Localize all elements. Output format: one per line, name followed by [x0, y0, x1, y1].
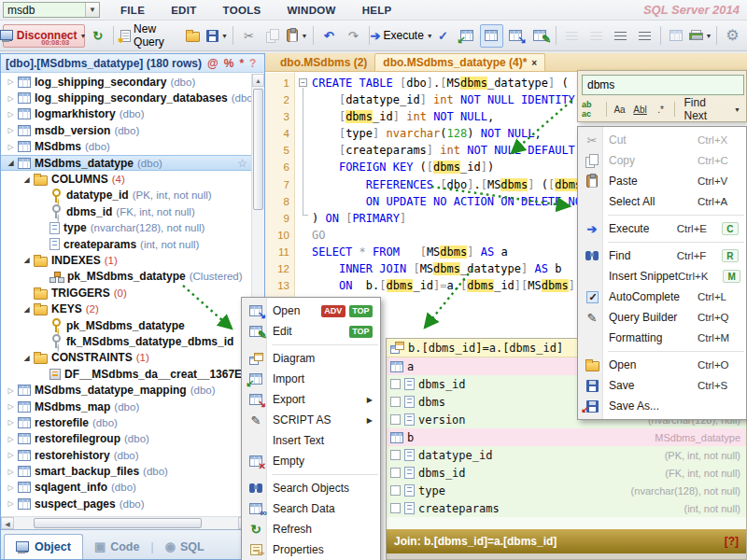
checkbox[interactable] [390, 503, 401, 513]
expander-icon[interactable]: ▷ [4, 402, 18, 411]
menu-tools[interactable]: TOOLS [210, 5, 275, 16]
disconnect-button[interactable]: Disconnect ▼ 00:08:03 [3, 24, 85, 48]
tree-item[interactable]: ▷restorehistory(dbo) [1, 447, 251, 463]
menu-item[interactable]: FormattingCtrl+M [578, 328, 746, 348]
expander-icon[interactable]: ◢ [20, 256, 34, 264]
join-row[interactable]: datatype_id(PK, int, not null) [387, 446, 746, 464]
result-to-file-button[interactable] [529, 24, 552, 48]
checkbox[interactable] [390, 414, 401, 425]
checkbox[interactable] [390, 450, 401, 460]
refresh-connection-button[interactable]: ↻ [86, 24, 109, 48]
chevron-down-icon[interactable]: ▼ [221, 33, 228, 39]
filter-at-button[interactable]: @ [207, 57, 218, 70]
menu-item[interactable]: AutoCompleteCtrl+L [578, 287, 746, 307]
chevron-down-icon[interactable]: ▼ [301, 33, 307, 39]
indent-button[interactable] [633, 24, 656, 48]
menu-item[interactable]: Insert Text [242, 430, 380, 451]
checkbox[interactable] [390, 379, 401, 389]
tree-item[interactable]: ▷restorefilegroup(dbo) [1, 431, 251, 447]
menu-item[interactable]: CopyCtrl+C [578, 150, 746, 171]
scrollbar-thumb[interactable] [34, 518, 202, 528]
menu-item[interactable]: Refresh [242, 519, 380, 539]
add-table-button[interactable] [456, 24, 479, 48]
checkbox[interactable] [390, 485, 401, 496]
menu-item[interactable]: SaveCtrl+S [578, 375, 746, 396]
grid-view-button[interactable] [480, 24, 503, 48]
expander-icon[interactable]: ▷ [4, 435, 18, 443]
menu-edit[interactable]: EDIT [158, 5, 209, 16]
tree-item[interactable]: ▷smart_backup_files(dbo) [1, 463, 251, 479]
join-row[interactable]: createparams(int, not null) [387, 499, 746, 517]
expander-icon[interactable]: ◢ [4, 159, 18, 167]
tree-item[interactable]: ▷MSdbms_datatype_mapping(dbo) [1, 382, 251, 398]
execute-button[interactable]: ➔ Execute ▼ [374, 24, 430, 48]
tree-item[interactable]: type(nvarchar(128), not null) [1, 220, 251, 236]
expander-icon[interactable]: ▷ [4, 77, 18, 86]
favorite-star-icon[interactable]: ☆ [237, 157, 247, 170]
tree-item[interactable]: ◢INDEXES(1) [1, 252, 251, 268]
menu-item[interactable]: Diagram [242, 348, 380, 369]
expander-icon[interactable]: ▷ [4, 94, 18, 103]
tree-item[interactable]: ◢MSdbms_datatype(dbo)☆ [1, 155, 251, 171]
menu-item[interactable]: Search Objects [242, 478, 380, 498]
tree-item[interactable]: ▷MSdbms(dbo) [1, 139, 251, 155]
tab-object[interactable]: Object [4, 534, 83, 559]
tree-item[interactable]: ▷suspect_pages(dbo) [1, 496, 251, 511]
menu-item[interactable]: Insert SnippetCtrl+KM [578, 266, 746, 287]
menu-item[interactable]: ↙Save As... [578, 396, 746, 416]
expander-icon[interactable]: ◢ [20, 175, 34, 184]
paste-button[interactable]: ▼ [286, 24, 309, 48]
tree-item[interactable]: pk_MSdbms_datatype(Clustered) [1, 269, 251, 285]
expander-icon[interactable]: ▷ [4, 483, 18, 492]
menu-item[interactable]: SCRIPT AS▶ [242, 410, 380, 430]
chevron-down-icon[interactable]: ▼ [85, 3, 99, 17]
menu-item[interactable]: CutCtrl+X [578, 130, 746, 150]
database-select[interactable]: msdb ▼ [3, 2, 100, 18]
tree-item[interactable]: ◢COLUMNS(4) [1, 171, 251, 187]
save-button[interactable]: ▼ [205, 24, 229, 48]
expander-icon[interactable]: ▷ [4, 143, 18, 151]
menu-help[interactable]: HELP [349, 5, 405, 16]
tab-sql[interactable]: ◉ SQL [154, 534, 216, 559]
tree-item[interactable]: dbms_id(FK, int, not null) [1, 203, 251, 219]
menu-item[interactable]: OpenADVTOP [242, 301, 380, 321]
clear-list-button[interactable] [585, 24, 608, 48]
close-icon[interactable]: × [531, 58, 537, 68]
open-file-button[interactable] [181, 24, 204, 48]
copy-button[interactable] [261, 24, 285, 48]
regex-button[interactable]: .* [652, 100, 670, 119]
match-case-button[interactable]: Aa [611, 100, 629, 119]
list-button[interactable] [560, 24, 584, 48]
tree-item[interactable]: datatype_id(PK, int, not null) [1, 188, 251, 203]
cut-button[interactable]: ✂ [237, 24, 261, 48]
checkbox[interactable] [390, 397, 401, 407]
whole-word-button[interactable]: Abl [631, 100, 650, 119]
help-button[interactable]: [?] [725, 535, 739, 548]
tree-item[interactable]: TRIGGERS(0) [1, 285, 251, 301]
tree-item[interactable]: ▷sqlagent_info(dbo) [1, 480, 251, 496]
menu-item[interactable]: Export▶ [242, 389, 380, 410]
menu-item[interactable]: ExecuteCtrl+EC [578, 218, 746, 239]
filter-star-button[interactable]: * [239, 57, 244, 70]
menu-item[interactable]: OpenCtrl+O [578, 355, 746, 375]
undo-button[interactable]: ↶ [317, 24, 341, 48]
checkbox[interactable] [390, 468, 401, 478]
tree-item[interactable]: ▷logmarkhistory(dbo) [1, 106, 251, 122]
help-button[interactable]: ? [249, 57, 256, 70]
menu-item[interactable]: Properties [242, 539, 380, 560]
menu-item[interactable]: Empty [242, 451, 380, 471]
menu-item[interactable]: Search Data [242, 498, 380, 519]
chevron-down-icon[interactable]: ▼ [734, 106, 740, 113]
search-input[interactable] [582, 75, 744, 95]
expander-icon[interactable]: ▷ [4, 451, 18, 459]
result-to-text-button[interactable] [504, 24, 528, 48]
tree-horizontal-scrollbar[interactable]: ◀ ▶ [1, 516, 251, 529]
tree-item[interactable]: ▷msdb_version(dbo) [1, 122, 251, 138]
tree-item[interactable]: fk_MSdbms_datatype_dbms_id [1, 333, 251, 349]
editor-tab-msdbms[interactable]: dbo.MSdbms (2) [273, 53, 374, 71]
find-next-button[interactable]: Find Next ▼ [679, 96, 746, 122]
layers-button[interactable] [665, 24, 688, 48]
settings-button[interactable]: ⚙ [721, 24, 744, 48]
menu-file[interactable]: FILE [107, 5, 158, 16]
menu-item[interactable]: EditTOP [242, 321, 380, 342]
